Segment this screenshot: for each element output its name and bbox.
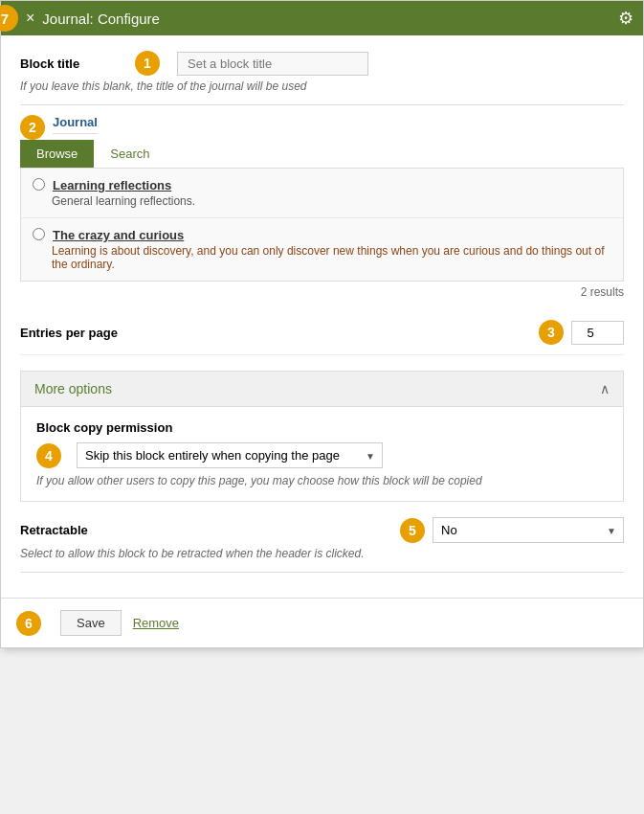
journal-item-1-row: Learning reflections (33, 178, 611, 192)
retractable-select-wrapper: No Yes Automatically (433, 517, 624, 543)
retractable-label: Retractable (20, 523, 400, 537)
results-count: 2 results (20, 282, 624, 308)
more-options-header[interactable]: More options ∧ (21, 372, 623, 406)
save-button[interactable]: Save (60, 610, 122, 636)
block-title-row: Block title 1 (20, 51, 624, 76)
copy-permission-select-wrapper: Skip this block entirely when copying th… (77, 442, 383, 468)
close-button[interactable]: × (26, 11, 34, 26)
entries-per-page-row: Entries per page 3 (20, 320, 624, 355)
step-badge-2: 2 (20, 115, 45, 140)
journal-item-2-row: The crazy and curious (33, 228, 611, 242)
entries-label: Entries per page (20, 326, 539, 340)
block-title-hint: If you leave this blank, the title of th… (20, 79, 624, 93)
step-badge-1: 1 (135, 51, 160, 76)
more-options-body: Block copy permission 4 Skip this block … (21, 406, 623, 501)
gear-icon[interactable]: ⚙ (618, 8, 633, 29)
divider-2 (20, 572, 624, 573)
copy-hint: If you allow other users to copy this pa… (36, 474, 608, 487)
block-title-input[interactable] (177, 52, 368, 76)
tab-search[interactable]: Search (94, 140, 166, 168)
journal-radio-1[interactable] (33, 178, 45, 191)
chevron-up-icon: ∧ (600, 381, 610, 396)
journal-item-1-desc: General learning reflections. (52, 194, 611, 208)
journal-item-1-title[interactable]: Learning reflections (53, 178, 171, 192)
divider-1 (20, 104, 624, 105)
journal-item-1: Learning reflections General learning re… (21, 169, 623, 218)
journal-list: Learning reflections General learning re… (20, 168, 624, 282)
tab-browse[interactable]: Browse (20, 140, 94, 168)
copy-permission-select[interactable]: Skip this block entirely when copying th… (77, 442, 383, 468)
copy-permission-row: 4 Skip this block entirely when copying … (36, 442, 608, 468)
journal-item-2: The crazy and curious Learning is about … (21, 218, 623, 281)
window-title: Journal: Configure (42, 11, 618, 27)
remove-button[interactable]: Remove (133, 616, 179, 630)
configure-window: 7 × Journal: Configure ⚙ Block title 1 I… (0, 0, 644, 648)
tabs-row: Browse Search (20, 140, 624, 168)
content-area: Block title 1 If you leave this blank, t… (1, 35, 643, 598)
entries-input[interactable] (571, 321, 624, 345)
step-badge-7: 7 (0, 5, 18, 32)
footer-bar: 6 Save Remove (1, 598, 643, 647)
step-badge-5: 5 (400, 518, 425, 543)
retractable-hint: Select to allow this block to be retract… (20, 547, 624, 560)
journal-label: Journal (53, 115, 98, 134)
retractable-row: Retractable 5 No Yes Automatically (20, 517, 624, 543)
journal-item-2-desc: Learning is about discovery, and you can… (52, 244, 611, 271)
journal-radio-2[interactable] (33, 228, 45, 240)
block-title-label: Block title (20, 57, 135, 71)
more-options-panel: More options ∧ Block copy permission 4 S… (20, 371, 624, 502)
journal-item-2-title[interactable]: The crazy and curious (53, 228, 184, 242)
step-badge-6: 6 (16, 611, 41, 636)
step-badge-4: 4 (36, 443, 61, 468)
journal-header-row: 2 Journal (20, 115, 624, 140)
more-options-label: More options (34, 381, 112, 396)
retractable-select[interactable]: No Yes Automatically (433, 517, 624, 543)
title-bar: 7 × Journal: Configure ⚙ (1, 1, 643, 35)
step-badge-3: 3 (539, 320, 564, 345)
journal-section: 2 Journal Browse Search Learning reflect… (20, 115, 624, 308)
copy-permission-label: Block copy permission (36, 420, 608, 435)
